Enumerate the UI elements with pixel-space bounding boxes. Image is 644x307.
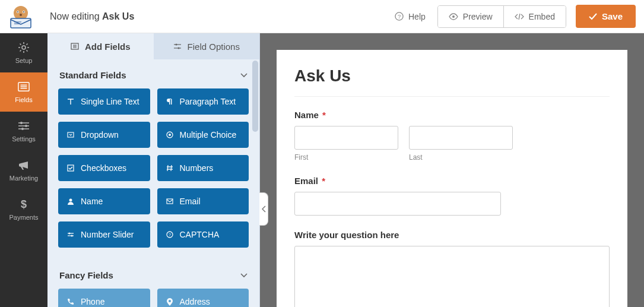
nav-payments-label: Payments (9, 214, 39, 221)
svg-point-21 (25, 125, 27, 127)
chevron-left-icon (262, 205, 266, 213)
form-canvas: Ask Us Name * First Last Email * (260, 33, 644, 307)
save-button[interactable]: Save (576, 5, 636, 28)
form-name-label: Name * (294, 110, 610, 120)
svg-point-22 (21, 128, 24, 130)
svg-text:?: ? (169, 233, 171, 237)
panel-scrollbar[interactable] (251, 59, 259, 307)
svg-point-42 (69, 233, 71, 235)
first-name-input[interactable] (294, 126, 398, 150)
field-address[interactable]: Address (157, 289, 249, 307)
field-phone-label: Phone (81, 297, 104, 306)
hash-icon (166, 164, 174, 172)
field-address-label: Address (180, 297, 210, 306)
embed-button[interactable]: Embed (503, 6, 566, 27)
tab-add-fields-label: Add Fields (85, 42, 131, 52)
text-icon (66, 97, 75, 106)
preview-button[interactable]: Preview (438, 6, 503, 27)
phone-icon (66, 297, 75, 306)
svg-rect-6 (11, 18, 31, 28)
help-link[interactable]: ? Help (385, 7, 435, 26)
preview-embed-group: Preview Embed (437, 5, 566, 28)
fancy-fields-grid: Phone Address (47, 289, 259, 307)
eye-icon (449, 13, 458, 20)
field-phone[interactable]: Phone (58, 289, 150, 307)
field-numbers[interactable]: Numbers (157, 155, 249, 181)
svg-text:$: $ (21, 198, 27, 210)
svg-point-3 (17, 11, 18, 12)
section-standard-label: Standard Fields (59, 70, 126, 80)
field-dropdown-label: Dropdown (81, 130, 119, 140)
field-checkboxes[interactable]: Checkboxes (58, 155, 150, 181)
svg-point-36 (169, 134, 171, 136)
user-icon (66, 197, 75, 205)
form-preview: Ask Us Name * First Last Email * (277, 50, 627, 307)
standard-fields-grid: Single Line Text Paragraph Text Dropdown… (47, 88, 259, 259)
field-paragraph-label: Paragraph Text (180, 97, 236, 106)
svg-text:?: ? (398, 14, 401, 20)
section-standard-fields[interactable]: Standard Fields (47, 59, 259, 88)
svg-point-38 (69, 199, 72, 202)
field-checkboxes-label: Checkboxes (81, 163, 126, 173)
top-bar: Now editing Ask Us ? Help Preview Embed (0, 0, 644, 33)
field-options-icon (173, 43, 182, 50)
map-pin-icon (166, 297, 174, 306)
slider-icon (66, 230, 75, 239)
tab-field-options-label: Field Options (188, 42, 240, 52)
nav-settings[interactable]: Settings (0, 112, 47, 151)
svg-point-30 (175, 44, 177, 46)
help-label: Help (408, 12, 426, 21)
section-fancy-label: Fancy Fields (59, 270, 113, 280)
svg-point-43 (71, 235, 73, 237)
panel-collapse-toggle[interactable] (259, 192, 268, 226)
form-question-label: Write your question here (294, 230, 610, 240)
list-icon (18, 81, 30, 93)
nav-marketing-label: Marketing (9, 175, 38, 182)
panel-tabs: Add Fields Field Options (47, 33, 259, 59)
section-fancy-fields[interactable]: Fancy Fields (47, 259, 259, 289)
svg-point-4 (23, 11, 24, 12)
field-numbers-label: Numbers (180, 163, 214, 173)
preview-label: Preview (463, 12, 493, 21)
name-row: First Last (294, 126, 610, 162)
required-marker: * (322, 110, 326, 120)
nav-marketing[interactable]: Marketing (0, 151, 47, 190)
save-label: Save (602, 11, 623, 21)
panel-scrollbar-thumb[interactable] (252, 61, 258, 132)
check-icon (589, 13, 597, 20)
tab-field-options[interactable]: Field Options (154, 33, 260, 59)
question-textarea[interactable] (294, 246, 610, 307)
field-email-label: Email (180, 197, 201, 206)
field-single-line-text[interactable]: Single Line Text (58, 88, 150, 115)
nav-setup[interactable]: Setup (0, 33, 47, 72)
last-name-col: Last (409, 126, 513, 162)
field-email[interactable]: Email (157, 188, 249, 214)
dollar-icon: $ (18, 198, 30, 210)
svg-rect-34 (68, 132, 74, 137)
chevron-down-icon (240, 73, 248, 78)
side-nav: Setup Fields Settings Marketing $ Paymen… (0, 33, 47, 307)
last-name-input[interactable] (409, 126, 513, 150)
field-multiple-choice-label: Multiple Choice (180, 130, 237, 140)
svg-rect-39 (167, 199, 173, 204)
app-logo (8, 4, 33, 29)
email-input[interactable] (294, 192, 501, 216)
last-sublabel: Last (409, 153, 513, 162)
svg-point-31 (177, 48, 179, 49)
svg-point-46 (169, 300, 171, 302)
nav-payments[interactable]: $ Payments (0, 190, 47, 229)
nav-setup-label: Setup (15, 57, 33, 64)
add-fields-icon (71, 43, 79, 50)
captcha-icon: ? (166, 230, 174, 239)
field-name[interactable]: Name (58, 188, 150, 214)
field-dropdown[interactable]: Dropdown (58, 122, 150, 148)
tab-add-fields[interactable]: Add Fields (47, 33, 154, 59)
nav-fields-label: Fields (15, 96, 32, 103)
field-captcha[interactable]: ? CAPTCHA (157, 221, 249, 248)
field-number-slider[interactable]: Number Slider (58, 221, 150, 248)
field-paragraph-text[interactable]: Paragraph Text (157, 88, 249, 115)
form-email-label: Email * (294, 176, 610, 186)
field-multiple-choice[interactable]: Multiple Choice (157, 122, 249, 148)
nav-fields[interactable]: Fields (0, 72, 47, 112)
chevron-down-icon (240, 273, 248, 278)
